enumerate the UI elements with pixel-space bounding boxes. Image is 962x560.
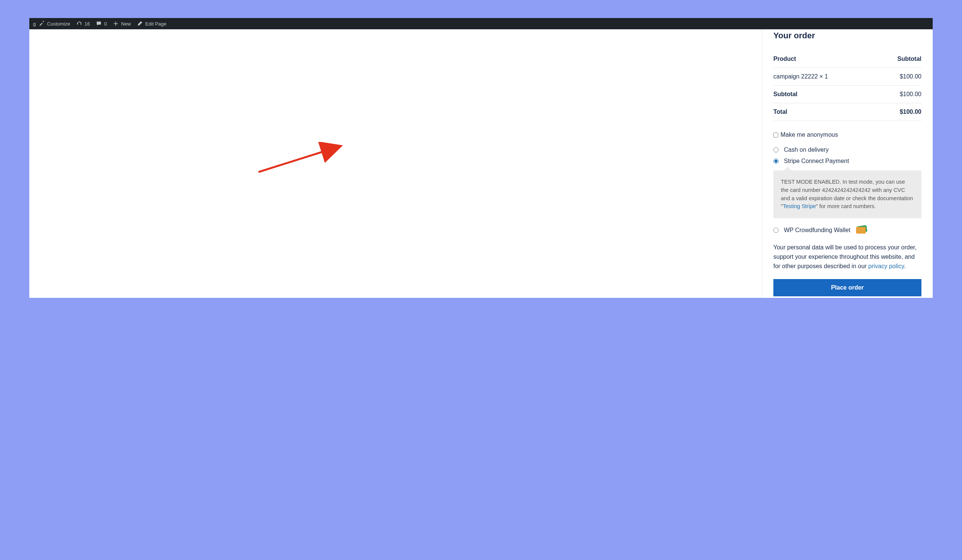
stripe-info-box: TEST MODE ENABLED. In test mode, you can… bbox=[773, 171, 922, 218]
subtotal-value: $100.00 bbox=[876, 85, 922, 103]
testing-stripe-link[interactable]: Testing Stripe bbox=[783, 203, 816, 209]
table-row: Total $100.00 bbox=[773, 103, 922, 121]
customize-button[interactable]: Customize bbox=[36, 18, 73, 29]
brush-icon bbox=[39, 21, 45, 27]
payment-option-wallet[interactable]: WP Crowdfunding Wallet bbox=[773, 224, 922, 237]
checkout-left-area bbox=[29, 29, 762, 298]
page-body: Your order Product Subtotal campaign 222… bbox=[29, 29, 933, 298]
comments-button[interactable]: 0 bbox=[93, 18, 110, 29]
wallet-label: WP Crowdfunding Wallet bbox=[784, 227, 851, 233]
browser-frame: g Customize 16 0 New Edit Page Your orde… bbox=[29, 18, 933, 298]
anonymous-label: Make me anonymous bbox=[781, 132, 838, 138]
radio-cod[interactable] bbox=[773, 147, 779, 153]
total-label: Total bbox=[773, 103, 876, 121]
anonymous-checkbox[interactable] bbox=[773, 133, 778, 137]
place-order-button[interactable]: Place order bbox=[773, 279, 922, 296]
edit-page-label: Edit Page bbox=[145, 21, 166, 27]
privacy-policy-link[interactable]: privacy policy bbox=[868, 263, 904, 269]
customize-label: Customize bbox=[47, 21, 70, 27]
refresh-count: 16 bbox=[84, 21, 90, 27]
col-subtotal: Subtotal bbox=[876, 50, 922, 68]
truncated-label: g bbox=[32, 21, 36, 27]
payment-option-cod[interactable]: Cash on delivery bbox=[773, 144, 922, 156]
refresh-icon bbox=[76, 21, 82, 27]
line-item-name: campaign 22222 × 1 bbox=[773, 68, 876, 85]
radio-stripe[interactable] bbox=[773, 158, 779, 164]
payment-methods: Cash on delivery Stripe Connect Payment … bbox=[773, 144, 922, 237]
table-row: Subtotal $100.00 bbox=[773, 85, 922, 103]
wp-admin-bar: g Customize 16 0 New Edit Page bbox=[29, 18, 933, 29]
table-row: campaign 22222 × 1 $100.00 bbox=[773, 68, 922, 85]
privacy-after: . bbox=[904, 263, 905, 269]
anonymous-row: Make me anonymous bbox=[773, 132, 922, 138]
payment-option-stripe[interactable]: Stripe Connect Payment bbox=[773, 156, 922, 167]
privacy-text: Your personal data will be used to proce… bbox=[773, 243, 922, 271]
radio-wallet[interactable] bbox=[773, 228, 779, 233]
refresh-button[interactable]: 16 bbox=[73, 18, 93, 29]
stripe-info-after: " for more card numbers. bbox=[816, 203, 876, 209]
line-item-price: $100.00 bbox=[876, 68, 922, 85]
new-button[interactable]: New bbox=[110, 18, 134, 29]
plus-icon bbox=[113, 21, 119, 27]
order-sidebar: Your order Product Subtotal campaign 222… bbox=[762, 29, 933, 298]
col-product: Product bbox=[773, 50, 876, 68]
new-label: New bbox=[121, 21, 131, 27]
comment-icon bbox=[96, 21, 102, 27]
stripe-label: Stripe Connect Payment bbox=[784, 158, 849, 164]
order-title: Your order bbox=[773, 31, 922, 40]
wallet-icon bbox=[855, 226, 867, 235]
cod-label: Cash on delivery bbox=[784, 146, 829, 153]
total-value: $100.00 bbox=[876, 103, 922, 121]
edit-page-button[interactable]: Edit Page bbox=[134, 18, 169, 29]
comment-count: 0 bbox=[104, 21, 107, 27]
pencil-icon bbox=[137, 21, 143, 27]
order-table: Product Subtotal campaign 22222 × 1 $100… bbox=[773, 50, 922, 121]
subtotal-label: Subtotal bbox=[773, 85, 876, 103]
